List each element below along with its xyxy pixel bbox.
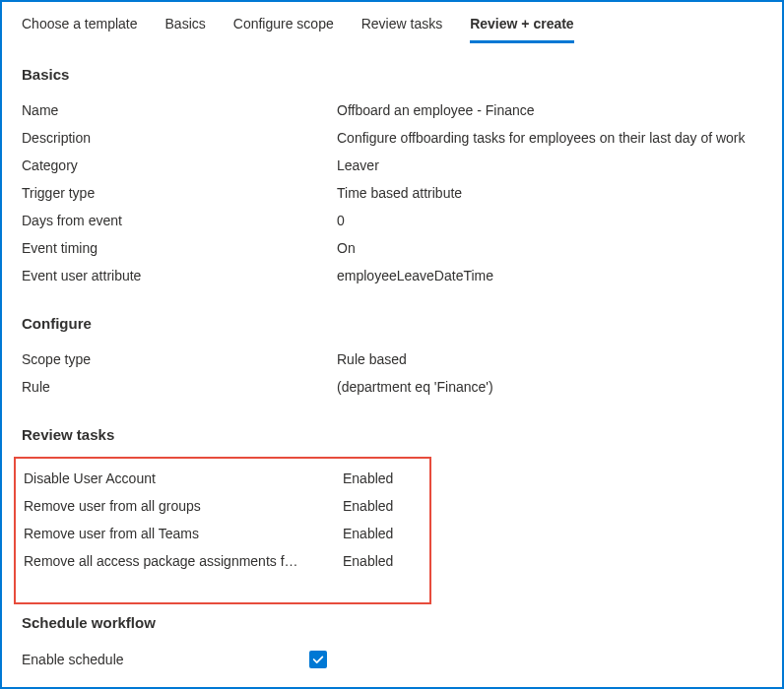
tab-basics[interactable]: Basics	[165, 16, 206, 43]
label-scope-type: Scope type	[22, 351, 337, 367]
label-trigger-type: Trigger type	[22, 185, 337, 201]
value-days-from-event: 0	[337, 213, 762, 228]
value-rule: (department eq 'Finance')	[337, 379, 762, 395]
label-category: Category	[22, 157, 337, 173]
value-name: Offboard an employee - Finance	[337, 102, 762, 118]
label-name: Name	[22, 102, 337, 118]
value-scope-type: Rule based	[337, 351, 762, 367]
tab-configure-scope[interactable]: Configure scope	[233, 16, 334, 43]
task-status: Enabled	[343, 470, 422, 486]
value-event-user-attribute: employeeLeaveDateTime	[337, 268, 762, 283]
checkmark-icon	[311, 653, 325, 666]
value-event-timing: On	[337, 240, 762, 256]
row-scope-type: Scope type Rule based	[22, 345, 762, 373]
row-trigger-type: Trigger type Time based attribute	[22, 179, 762, 207]
enable-schedule-checkbox[interactable]	[309, 651, 327, 668]
table-row: Remove user from all groups Enabled	[24, 492, 422, 520]
value-trigger-type: Time based attribute	[337, 185, 762, 201]
tab-review-create[interactable]: Review + create	[470, 16, 573, 43]
row-name: Name Offboard an employee - Finance	[22, 96, 762, 124]
tab-choose-template[interactable]: Choose a template	[22, 16, 138, 43]
table-row: Remove user from all Teams Enabled	[24, 520, 422, 547]
task-status: Enabled	[343, 526, 422, 541]
section-title-basics: Basics	[22, 66, 762, 83]
row-event-user-attribute: Event user attribute employeeLeaveDateTi…	[22, 262, 762, 289]
task-label: Remove all access package assignments f…	[24, 553, 343, 569]
row-category: Category Leaver	[22, 152, 762, 179]
tabs-bar: Choose a template Basics Configure scope…	[2, 2, 782, 44]
task-label: Remove user from all groups	[24, 498, 343, 514]
label-event-user-attribute: Event user attribute	[22, 268, 337, 283]
row-rule: Rule (department eq 'Finance')	[22, 373, 762, 401]
task-status: Enabled	[343, 498, 422, 514]
review-tasks-highlight: Disable User Account Enabled Remove user…	[14, 457, 431, 604]
table-row: Disable User Account Enabled	[24, 465, 422, 492]
label-event-timing: Event timing	[22, 240, 337, 256]
section-title-schedule: Schedule workflow	[22, 614, 762, 631]
row-description: Description Configure offboarding tasks …	[22, 124, 762, 152]
task-status: Enabled	[343, 553, 422, 569]
label-enable-schedule: Enable schedule	[22, 652, 309, 667]
table-row: Remove all access package assignments f……	[24, 547, 422, 575]
label-days-from-event: Days from event	[22, 213, 337, 228]
task-label: Disable User Account	[24, 470, 343, 486]
row-enable-schedule: Enable schedule	[22, 645, 762, 674]
label-rule: Rule	[22, 379, 337, 395]
section-title-review-tasks: Review tasks	[22, 426, 762, 443]
tab-review-tasks[interactable]: Review tasks	[361, 16, 442, 43]
row-event-timing: Event timing On	[22, 234, 762, 262]
content-area: Basics Name Offboard an employee - Finan…	[2, 44, 782, 689]
label-description: Description	[22, 130, 337, 146]
value-category: Leaver	[337, 157, 762, 173]
value-description: Configure offboarding tasks for employee…	[337, 130, 762, 146]
task-label: Remove user from all Teams	[24, 526, 343, 541]
row-days-from-event: Days from event 0	[22, 207, 762, 234]
section-title-configure: Configure	[22, 315, 762, 332]
